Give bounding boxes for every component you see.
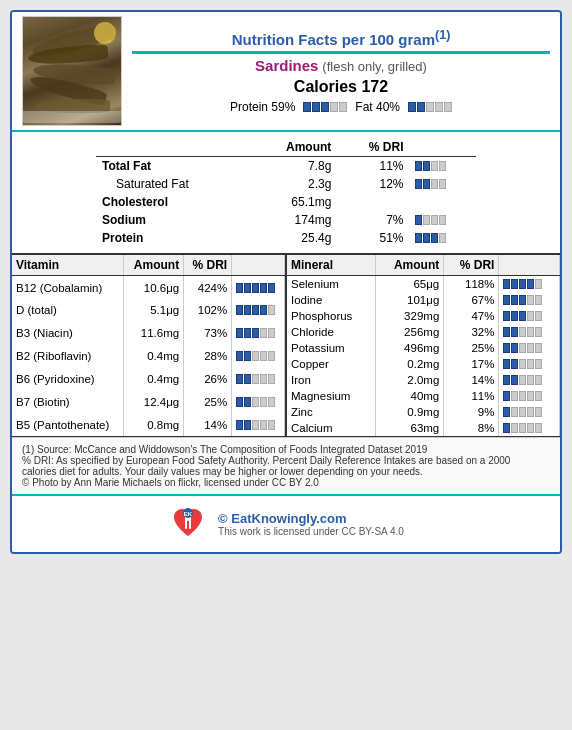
- vitamins-table: Vitamin Amount % DRI B12 (Cobalamin)10.6…: [12, 255, 285, 436]
- nutrition-card: Nutrition Facts per 100 gram(1) Sardines…: [10, 10, 562, 554]
- list-item: Chloride256mg32%: [287, 324, 560, 340]
- list-item: Copper0.2mg17%: [287, 356, 560, 372]
- dri-bar: [503, 327, 555, 337]
- food-subtitle: Sardines (flesh only, grilled): [132, 57, 550, 74]
- list-item: Phosphorus329mg47%: [287, 308, 560, 324]
- dri-bar: [415, 215, 470, 225]
- list-item: D (total)5.1μg102%: [12, 299, 285, 322]
- dri-bar: [236, 420, 280, 430]
- minerals-table: Mineral Amount % DRI Selenium65μg118%Iod…: [287, 255, 560, 436]
- list-item: B3 (Niacin)11.6mg73%: [12, 322, 285, 345]
- dri-bar: [236, 397, 280, 407]
- dri-bar: [503, 375, 555, 385]
- dri-bar: [503, 391, 555, 401]
- food-image: [22, 16, 122, 126]
- list-item: Selenium65μg118%: [287, 276, 560, 293]
- table-row: Cholesterol65.1mg: [96, 193, 476, 211]
- list-item: B7 (Biotin)12.4μg25%: [12, 390, 285, 413]
- list-item: B2 (Riboflavin)0.4mg28%: [12, 345, 285, 368]
- dri-bar: [236, 351, 280, 361]
- nutrients-section: Amount % DRI Total Fat7.8g11%Saturated F…: [12, 130, 560, 253]
- page-title: Nutrition Facts per 100 gram(1): [132, 28, 550, 48]
- table-row: Total Fat7.8g11%: [96, 157, 476, 176]
- list-item: Magnesium40mg11%: [287, 388, 560, 404]
- dri-bar: [236, 283, 280, 293]
- dri-bar: [236, 374, 280, 384]
- dri-bar: [503, 423, 555, 433]
- header-info: Nutrition Facts per 100 gram(1) Sardines…: [122, 28, 550, 114]
- protein-bar: [303, 102, 347, 112]
- table-row: Saturated Fat2.3g12%: [96, 175, 476, 193]
- dri-bar: [415, 233, 470, 243]
- dri-bar: [503, 343, 555, 353]
- fat-bar: [408, 102, 452, 112]
- list-item: B6 (Pyridoxine)0.4mg26%: [12, 367, 285, 390]
- list-item: B5 (Pantothenate)0.8mg14%: [12, 413, 285, 436]
- dri-bar: [503, 295, 555, 305]
- dri-bar: [503, 407, 555, 417]
- table-row: Sodium174mg7%: [96, 211, 476, 229]
- footnotes: (1) Source: McCance and Widdowson's The …: [12, 437, 560, 494]
- brand-text: © EatKnowingly.com This work is licensed…: [218, 511, 404, 537]
- dri-bar: [415, 179, 470, 189]
- list-item: Zinc0.9mg9%: [287, 404, 560, 420]
- dri-bar: [503, 359, 555, 369]
- brand-logo: EK: [168, 504, 208, 544]
- list-item: Potassium496mg25%: [287, 340, 560, 356]
- macros-line: Protein 59% Fat 40%: [132, 100, 550, 114]
- brand-footer: EK © EatKnowingly.com This work is licen…: [12, 494, 560, 552]
- svg-text:EK: EK: [184, 511, 193, 517]
- dri-bar: [503, 311, 555, 321]
- dri-bar: [236, 328, 280, 338]
- dri-bar: [236, 305, 280, 315]
- list-item: Calcium63mg8%: [287, 420, 560, 436]
- nutrients-table: Amount % DRI Total Fat7.8g11%Saturated F…: [96, 138, 476, 247]
- list-item: Iron2.0mg14%: [287, 372, 560, 388]
- calories-label: Calories 172: [132, 78, 550, 96]
- list-item: B12 (Cobalamin)10.6μg424%: [12, 276, 285, 300]
- dri-bar: [503, 279, 555, 289]
- top-section: Nutrition Facts per 100 gram(1) Sardines…: [12, 12, 560, 130]
- vm-section: Vitamin Amount % DRI B12 (Cobalamin)10.6…: [12, 253, 560, 437]
- table-row: Protein25.4g51%: [96, 229, 476, 247]
- dri-bar: [415, 161, 470, 171]
- list-item: Iodine101μg67%: [287, 292, 560, 308]
